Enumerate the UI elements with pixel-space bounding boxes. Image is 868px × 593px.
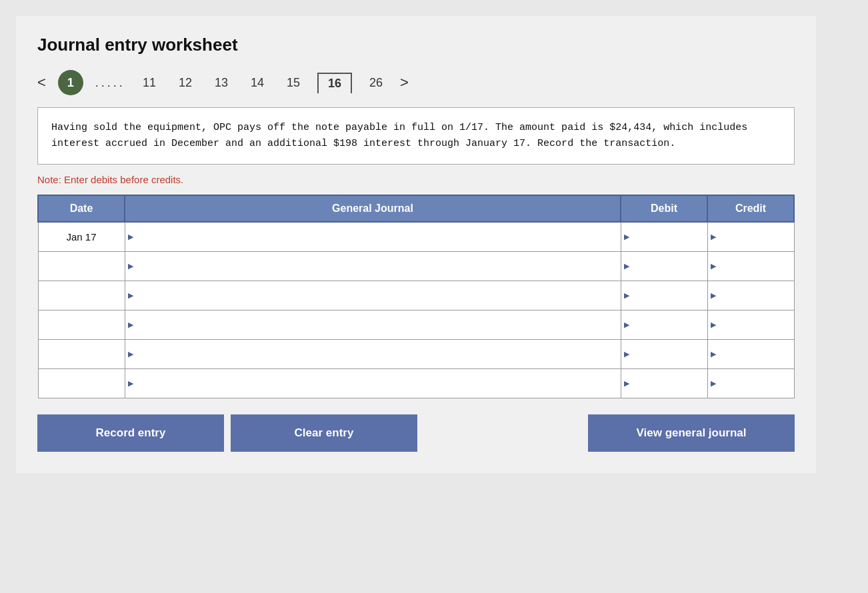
nav-item-16[interactable]: 16 xyxy=(317,73,352,93)
credit-input-1[interactable] xyxy=(708,223,794,251)
date-cell-1: Jan 17 xyxy=(38,222,125,251)
nav-item-13[interactable]: 13 xyxy=(209,73,233,93)
journal-table: Date General Journal Debit Credit Jan 17 xyxy=(37,195,795,398)
description-text: Having sold the equipment, OPC pays off … xyxy=(51,122,747,149)
table-row xyxy=(38,368,794,398)
clear-entry-button[interactable]: Clear entry xyxy=(231,414,417,452)
date-cell-4 xyxy=(38,310,125,339)
journal-input-2[interactable] xyxy=(125,252,621,281)
date-cell-6 xyxy=(38,368,125,398)
credit-cell-1[interactable] xyxy=(707,222,794,251)
note-text: Note: Enter debits before credits. xyxy=(37,174,795,185)
journal-input-4[interactable] xyxy=(125,310,621,339)
view-general-journal-button[interactable]: View general journal xyxy=(588,414,795,452)
credit-input-2[interactable] xyxy=(708,252,794,281)
date-cell-2 xyxy=(38,251,125,281)
journal-cell-2[interactable] xyxy=(125,251,621,281)
debit-cell-3[interactable] xyxy=(621,281,707,310)
debit-input-6[interactable] xyxy=(621,369,707,398)
header-credit: Credit xyxy=(707,195,794,222)
journal-input-1[interactable] xyxy=(125,223,621,251)
debit-input-4[interactable] xyxy=(621,310,707,339)
credit-cell-4[interactable] xyxy=(707,310,794,339)
journal-input-3[interactable] xyxy=(125,281,621,310)
record-entry-button[interactable]: Record entry xyxy=(37,414,224,452)
date-cell-5 xyxy=(38,339,125,368)
nav-item-12[interactable]: 12 xyxy=(173,73,197,93)
header-date: Date xyxy=(38,195,125,222)
table-row xyxy=(38,310,794,339)
debit-cell-2[interactable] xyxy=(621,251,707,281)
credit-cell-5[interactable] xyxy=(707,339,794,368)
debit-input-5[interactable] xyxy=(621,340,707,368)
journal-input-5[interactable] xyxy=(125,340,621,368)
nav-item-15[interactable]: 15 xyxy=(281,73,305,93)
journal-input-6[interactable] xyxy=(125,369,621,398)
table-row: Jan 17 xyxy=(38,222,794,251)
nav-prev-arrow[interactable]: < xyxy=(37,74,46,91)
journal-cell-3[interactable] xyxy=(125,281,621,310)
credit-input-6[interactable] xyxy=(708,369,794,398)
nav-dots: ..... xyxy=(95,76,125,90)
debit-input-1[interactable] xyxy=(621,223,707,251)
journal-cell-6[interactable] xyxy=(125,368,621,398)
header-debit: Debit xyxy=(621,195,707,222)
debit-cell-5[interactable] xyxy=(621,339,707,368)
journal-cell-4[interactable] xyxy=(125,310,621,339)
nav-item-1[interactable]: 1 xyxy=(58,70,83,95)
credit-cell-3[interactable] xyxy=(707,281,794,310)
credit-input-5[interactable] xyxy=(708,340,794,368)
debit-cell-4[interactable] xyxy=(621,310,707,339)
journal-cell-1[interactable] xyxy=(125,222,621,251)
main-container: Journal entry worksheet < 1 ..... 11 12 … xyxy=(16,16,816,473)
table-row xyxy=(38,339,794,368)
table-row xyxy=(38,251,794,281)
debit-input-2[interactable] xyxy=(621,252,707,281)
nav-next-arrow[interactable]: > xyxy=(400,74,409,91)
credit-input-3[interactable] xyxy=(708,281,794,310)
nav-item-11[interactable]: 11 xyxy=(137,73,161,93)
credit-cell-6[interactable] xyxy=(707,368,794,398)
nav-item-14[interactable]: 14 xyxy=(245,73,269,93)
debit-cell-6[interactable] xyxy=(621,368,707,398)
journal-cell-5[interactable] xyxy=(125,339,621,368)
page-title: Journal entry worksheet xyxy=(37,35,795,55)
debit-input-3[interactable] xyxy=(621,281,707,310)
date-cell-3 xyxy=(38,281,125,310)
credit-input-4[interactable] xyxy=(708,310,794,339)
description-box: Having sold the equipment, OPC pays off … xyxy=(37,107,795,165)
table-row xyxy=(38,281,794,310)
credit-cell-2[interactable] xyxy=(707,251,794,281)
nav-row: < 1 ..... 11 12 13 14 15 16 26 > xyxy=(37,70,795,95)
nav-item-26[interactable]: 26 xyxy=(364,73,388,93)
debit-cell-1[interactable] xyxy=(621,222,707,251)
buttons-row: Record entry Clear entry View general jo… xyxy=(37,414,795,452)
header-general-journal: General Journal xyxy=(125,195,621,222)
